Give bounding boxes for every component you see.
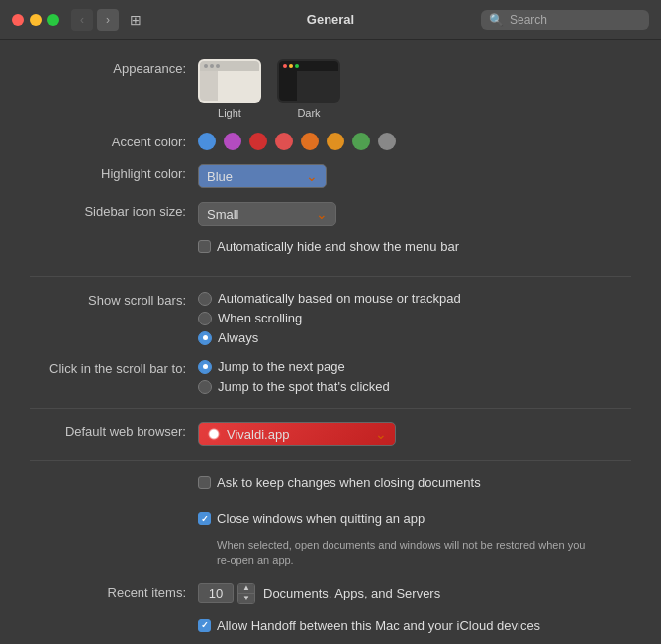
scroll-when-label: When scrolling <box>218 311 302 325</box>
highlight-color-label: Highlight color: <box>30 164 198 181</box>
handoff-control: Allow Handoff between this Mac and your … <box>198 618 631 641</box>
jump-next-page-row[interactable]: Jump to the next page <box>198 359 390 374</box>
scroll-auto-radio[interactable] <box>198 292 212 306</box>
highlight-color-control: Blue ⌄ <box>198 164 631 188</box>
appearance-light[interactable]: Light <box>198 59 261 119</box>
search-icon: 🔍 <box>489 13 504 27</box>
divider-1 <box>30 276 631 277</box>
handoff-checkbox[interactable] <box>198 619 211 632</box>
highlight-color-row: Highlight color: Blue ⌄ <box>30 164 631 188</box>
maximize-button[interactable] <box>47 14 59 26</box>
sidebar-size-dropdown-arrow: ⌄ <box>316 206 328 222</box>
scroll-always-label: Always <box>218 330 258 345</box>
appearance-label: Appearance: <box>30 59 198 76</box>
divider-2 <box>30 408 631 409</box>
handoff-label-empty <box>30 618 198 620</box>
keep-changes-control: Ask to keep changes when closing documen… <box>198 475 631 498</box>
accent-orange[interactable] <box>301 133 319 150</box>
menu-bar-checkbox-row: Automatically hide and show the menu bar <box>198 239 459 254</box>
divider-3 <box>30 460 631 461</box>
thumb-dot-2 <box>210 64 214 68</box>
stepper-up[interactable]: ▲ <box>238 584 254 594</box>
recent-items-value: 10 <box>198 583 234 603</box>
nav-buttons: ‹ › <box>71 9 119 31</box>
grid-button[interactable]: ⊞ <box>125 9 146 31</box>
handoff-row: Allow Handoff between this Mac and your … <box>30 618 631 641</box>
recent-items-row: Recent items: 10 ▲ ▼ Documents, Apps, an… <box>30 583 631 604</box>
sidebar-icon-size-row: Sidebar icon size: Small ⌄ <box>30 202 631 226</box>
accent-green[interactable] <box>352 133 370 150</box>
search-bar: 🔍 <box>481 10 649 30</box>
accent-red[interactable] <box>249 133 267 150</box>
jump-next-page-radio[interactable] <box>198 360 212 374</box>
accent-color-control <box>198 133 631 150</box>
menu-bar-checkbox[interactable] <box>198 240 211 253</box>
default-browser-dropdown[interactable]: Vivaldi.app ⌄ <box>198 422 396 446</box>
keep-changes-checkbox[interactable] <box>198 476 211 489</box>
scroll-always-row[interactable]: Always <box>198 330 461 345</box>
jump-spot-radio[interactable] <box>198 380 212 394</box>
keep-changes-label-empty <box>30 475 198 477</box>
scroll-always-radio[interactable] <box>198 331 212 345</box>
recent-items-suffix: Documents, Apps, and Servers <box>263 586 440 600</box>
dark-thumb-content <box>279 71 338 101</box>
appearance-options: Light Dark <box>198 59 340 119</box>
dark-thumb <box>277 59 340 103</box>
appearance-control: Light Dark <box>198 59 631 119</box>
title-bar: ‹ › ⊞ General 🔍 <box>0 0 661 40</box>
vivaldi-icon <box>207 427 221 441</box>
close-windows-note: When selected, open documents and window… <box>217 538 593 569</box>
search-input[interactable] <box>510 13 641 27</box>
menu-bar-row: Automatically hide and show the menu bar <box>30 239 631 262</box>
close-windows-row: Close windows when quitting an app When … <box>30 511 631 569</box>
sidebar-icon-size-label: Sidebar icon size: <box>30 202 198 219</box>
appearance-dark[interactable]: Dark <box>277 59 340 119</box>
menu-bar-label-empty <box>30 239 198 241</box>
minimize-button[interactable] <box>30 14 42 26</box>
close-windows-label-empty <box>30 511 198 513</box>
dark-label: Dark <box>297 107 320 119</box>
back-button[interactable]: ‹ <box>71 9 93 31</box>
keep-changes-checkbox-row: Ask to keep changes when closing documen… <box>198 475 481 490</box>
jump-spot-row[interactable]: Jump to the spot that's clicked <box>198 379 390 394</box>
accent-color-label: Accent color: <box>30 133 198 149</box>
dark-dot-green <box>295 64 299 68</box>
scroll-when-radio[interactable] <box>198 312 212 325</box>
accent-graphite[interactable] <box>378 133 396 150</box>
menu-bar-checkbox-label: Automatically hide and show the menu bar <box>217 239 459 254</box>
jump-next-page-label: Jump to the next page <box>218 359 345 374</box>
sidebar-icon-size-control: Small ⌄ <box>198 202 631 226</box>
accent-blue[interactable] <box>198 133 216 150</box>
highlight-dropdown-arrow: ⌄ <box>306 168 318 184</box>
accent-purple[interactable] <box>224 133 241 150</box>
stepper-arrows: ▲ ▼ <box>237 583 255 604</box>
forward-button[interactable]: › <box>97 9 119 31</box>
close-windows-label: Close windows when quitting an app <box>217 511 425 526</box>
click-scroll-bar-row: Click in the scroll bar to: Jump to the … <box>30 359 631 394</box>
sidebar-icon-size-dropdown[interactable]: Small ⌄ <box>198 202 336 226</box>
menu-bar-control: Automatically hide and show the menu bar <box>198 239 631 262</box>
sidebar-icon-size-value: Small <box>207 207 239 222</box>
close-windows-checkbox[interactable] <box>198 512 211 525</box>
handoff-label: Allow Handoff between this Mac and your … <box>217 618 540 633</box>
light-thumb <box>198 59 261 103</box>
light-thumb-content <box>200 71 259 101</box>
browser-dropdown-arrow: ⌄ <box>375 426 387 442</box>
scroll-auto-row[interactable]: Automatically based on mouse or trackpad <box>198 291 461 306</box>
handoff-checkbox-row: Allow Handoff between this Mac and your … <box>198 618 540 633</box>
stepper-down[interactable]: ▼ <box>238 594 254 603</box>
show-scroll-bars-control: Automatically based on mouse or trackpad… <box>198 291 631 345</box>
accent-yellow[interactable] <box>327 133 344 150</box>
accent-pink[interactable] <box>275 133 293 150</box>
close-button[interactable] <box>12 14 24 26</box>
recent-items-control: 10 ▲ ▼ Documents, Apps, and Servers <box>198 583 631 604</box>
appearance-row: Appearance: Light <box>30 59 631 119</box>
scroll-auto-label: Automatically based on mouse or trackpad <box>218 291 461 306</box>
thumb-dot-3 <box>216 64 220 68</box>
highlight-color-dropdown[interactable]: Blue ⌄ <box>198 164 327 188</box>
accent-color-row: Accent color: <box>30 133 631 150</box>
recent-items-label: Recent items: <box>30 583 198 599</box>
show-scroll-bars-radio-group: Automatically based on mouse or trackpad… <box>198 291 461 345</box>
default-browser-control: Vivaldi.app ⌄ <box>198 422 631 446</box>
scroll-when-row[interactable]: When scrolling <box>198 311 461 325</box>
